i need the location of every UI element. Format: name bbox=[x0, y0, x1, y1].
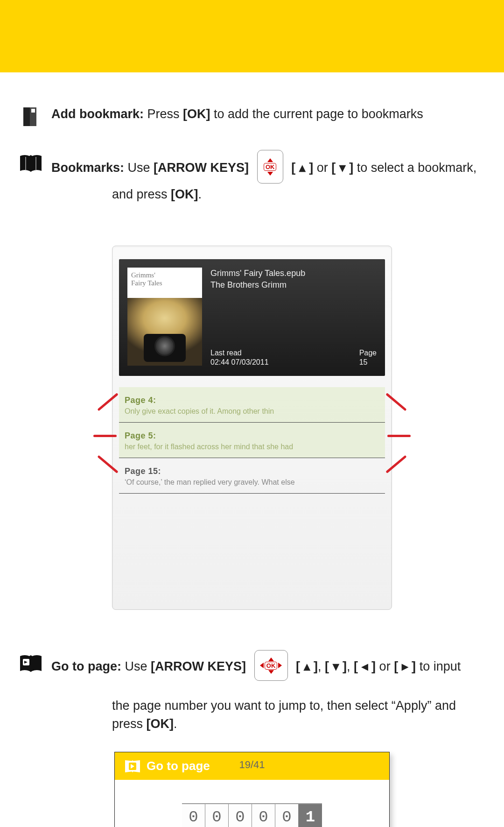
text: , bbox=[347, 659, 354, 673]
bookmark-excerpt: her feet, for it flashed across her mind… bbox=[125, 443, 379, 451]
digit: 0 bbox=[229, 804, 252, 827]
up-key-label: [ ▴ ] bbox=[296, 659, 318, 673]
ok-key-label: [OK] bbox=[183, 107, 210, 121]
bookmark-page: Page 4: bbox=[125, 396, 379, 405]
bookmark-page: Page 5: bbox=[125, 431, 379, 441]
bookmark-excerpt: ‘Of course,’ the man replied very gravel… bbox=[125, 478, 379, 487]
text: or bbox=[376, 659, 394, 673]
header-banner bbox=[0, 0, 504, 72]
page-number: 19/41 bbox=[239, 759, 265, 771]
cover-text-1: Grimms' bbox=[131, 271, 155, 279]
section-go-to-page: Go to page: Use [ARROW KEYS] OK [ ▴ ], [… bbox=[19, 652, 485, 827]
text: to select a bookmark, bbox=[353, 161, 476, 175]
ok-key-label: [OK] bbox=[147, 717, 174, 731]
text: or bbox=[313, 161, 331, 175]
emphasis-mark bbox=[387, 435, 411, 437]
text: to input bbox=[416, 659, 461, 673]
digit: 0 bbox=[275, 804, 299, 827]
ok-button-icon: OK bbox=[264, 163, 277, 171]
text: Use bbox=[125, 659, 151, 673]
dpad-full-icon: OK bbox=[254, 650, 288, 681]
right-key-label: [ ▸ ] bbox=[394, 659, 416, 673]
emphasis-mark bbox=[93, 435, 117, 437]
page-value: 15 bbox=[359, 358, 377, 368]
dpad-vertical-icon: OK bbox=[257, 150, 283, 184]
book-author: The Brothers Grimm bbox=[210, 279, 377, 291]
section-add-bookmark: Add bookmark: Press [OK] to add the curr… bbox=[19, 105, 485, 128]
up-key-label: [ ▴ ] bbox=[291, 161, 313, 175]
section-bookmarks: Bookmarks: Use [ARROW KEYS] OK [ ▴ ] or … bbox=[19, 152, 485, 610]
book-filename: Grimms' Fairy Tales.epub bbox=[210, 268, 377, 279]
triangle-down-icon bbox=[268, 670, 274, 674]
book-cover: Grimms' Fairy Tales bbox=[127, 268, 202, 366]
bookmark-excerpt: Only give exact copies of it. Among othe… bbox=[125, 407, 379, 416]
open-book-icon bbox=[19, 152, 43, 175]
goto-page-header-icon bbox=[125, 760, 140, 772]
digit: 0 bbox=[182, 804, 205, 827]
text: and press bbox=[112, 187, 171, 201]
text: Use bbox=[128, 161, 154, 175]
text: . bbox=[198, 187, 202, 201]
add-bookmark-title: Add bookmark: bbox=[51, 107, 144, 121]
digit: 0 bbox=[252, 804, 275, 827]
page-number-input[interactable]: 0 0 0 0 0 1 bbox=[182, 803, 322, 827]
triangle-left-icon bbox=[260, 663, 264, 668]
arrow-keys-label: [ARROW KEYS] bbox=[151, 659, 246, 673]
bookmark-item[interactable]: Page 4: Only give exact copies of it. Am… bbox=[119, 387, 385, 423]
text: to add the current page to bookmarks bbox=[210, 107, 423, 121]
last-read-value: 02:44 07/03/2011 bbox=[210, 358, 269, 368]
left-key-label: [ ◂ ] bbox=[354, 659, 376, 673]
last-read-label: Last read bbox=[210, 348, 269, 358]
goto-dialog-title: Go to page bbox=[147, 759, 210, 773]
bookmarks-title: Bookmarks: bbox=[51, 161, 124, 175]
ok-button-icon: OK bbox=[265, 662, 278, 670]
text: , bbox=[318, 659, 325, 673]
triangle-up-icon bbox=[268, 657, 274, 661]
arrow-keys-label: [ARROW KEYS] bbox=[154, 161, 249, 175]
book-header: Grimms' Fairy Tales Grimms' Fairy Tales.… bbox=[119, 259, 385, 376]
svg-rect-0 bbox=[23, 107, 30, 126]
device-bookmarks-figure: Grimms' Fairy Tales Grimms' Fairy Tales.… bbox=[112, 246, 392, 610]
svg-rect-2 bbox=[31, 109, 35, 113]
down-key-label: [ ▾ ] bbox=[331, 161, 353, 175]
triangle-right-icon bbox=[278, 663, 282, 668]
digit: 0 bbox=[205, 804, 229, 827]
bookmark-item[interactable]: Page 5: her feet, for it flashed across … bbox=[119, 423, 385, 458]
cover-text-2: Fairy Tales bbox=[131, 279, 162, 287]
text: . bbox=[174, 717, 177, 731]
bookmark-list: Page 4: Only give exact copies of it. Am… bbox=[119, 376, 385, 494]
goto-title: Go to page: bbox=[51, 659, 121, 673]
bookmark-item[interactable]: Page 15: ‘Of course,’ the man replied ve… bbox=[119, 458, 385, 494]
add-bookmark-icon bbox=[19, 105, 43, 128]
down-key-label: [ ▾ ] bbox=[325, 659, 347, 673]
triangle-up-icon bbox=[267, 158, 273, 162]
text: Press bbox=[147, 107, 183, 121]
bookmark-page: Page 15: bbox=[125, 467, 379, 476]
triangle-down-icon bbox=[267, 172, 273, 176]
digit-selected: 1 bbox=[299, 804, 322, 827]
go-to-page-icon bbox=[19, 652, 43, 675]
page-label: Page bbox=[359, 348, 377, 358]
ok-key-label: [OK] bbox=[171, 187, 198, 201]
